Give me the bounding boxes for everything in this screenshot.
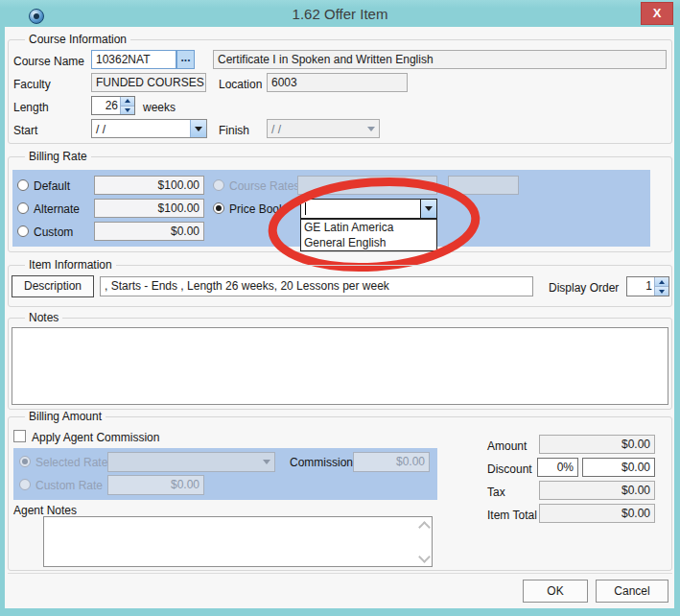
- chevron-down-icon[interactable]: [190, 120, 206, 137]
- item-total-label: Item Total: [487, 509, 537, 522]
- spin-up-icon[interactable]: [121, 97, 134, 107]
- course-browse-button[interactable]: ...: [176, 50, 195, 69]
- course-information-group-label: Course Information: [25, 34, 130, 46]
- amount-label: Amount: [487, 439, 527, 453]
- description-button[interactable]: Description: [12, 275, 94, 297]
- price-book-dropdown-list: GE Latin America General English: [300, 219, 437, 251]
- default-rate-label: Default: [34, 179, 70, 193]
- chevron-down-icon: [363, 120, 379, 137]
- discount-label: Discount: [487, 462, 532, 476]
- commission-label: Commission: [290, 456, 353, 469]
- ok-button[interactable]: OK: [523, 580, 588, 603]
- custom-rate-commission-radio: [19, 479, 31, 490]
- length-unit-label: weeks: [143, 101, 176, 114]
- length-label: Length: [13, 101, 49, 114]
- item-total-field: $0.00: [539, 504, 655, 523]
- close-button[interactable]: X: [641, 2, 673, 25]
- course-rates-radio: [213, 179, 224, 191]
- length-value: 26: [92, 97, 120, 114]
- amount-field: $0.00: [539, 435, 655, 454]
- tax-label: Tax: [487, 486, 505, 499]
- billing-rate-group-label: Billing Rate: [25, 151, 91, 163]
- display-order-label: Display Order: [549, 281, 619, 295]
- billing-amount-group-label: Billing Amount: [25, 411, 106, 423]
- chevron-down-icon: [259, 453, 274, 471]
- price-book-option[interactable]: General English: [301, 235, 436, 250]
- window-title: 1.62 Offer Item: [0, 6, 680, 22]
- spin-up-icon[interactable]: [655, 277, 668, 287]
- default-rate-radio[interactable]: [17, 179, 29, 191]
- course-rates-extra-field: [448, 176, 519, 195]
- alternate-rate-field[interactable]: $100.00: [94, 199, 204, 218]
- display-order-spin-buttons[interactable]: [654, 277, 668, 296]
- spin-down-icon[interactable]: [121, 107, 134, 115]
- faculty-field: FUNDED COURSES: [91, 73, 206, 92]
- cancel-button[interactable]: Cancel: [596, 580, 668, 603]
- commission-field: $0.00: [353, 452, 430, 472]
- course-code-field[interactable]: 10362NAT: [91, 50, 176, 69]
- course-rates-label: Course Rates: [229, 179, 299, 193]
- finish-date-combo: / /: [267, 119, 380, 138]
- finish-label: Finish: [219, 124, 249, 137]
- course-title-field: Certificate I in Spoken and Written Engl…: [213, 50, 667, 69]
- alternate-rate-label: Alternate: [34, 202, 80, 216]
- notes-group-label: Notes: [25, 312, 62, 324]
- default-rate-field[interactable]: $100.00: [94, 176, 204, 195]
- discount-percent-field[interactable]: 0%: [537, 458, 578, 477]
- custom-rate-commission-field: $0.00: [107, 475, 204, 495]
- selected-rate-label: Selected Rate: [35, 456, 107, 469]
- tax-field: $0.00: [539, 481, 655, 500]
- finish-date-value: / /: [271, 122, 281, 137]
- faculty-label: Faculty: [13, 78, 51, 91]
- agent-notes-textarea[interactable]: [43, 516, 433, 567]
- display-order-value: 1: [627, 277, 654, 296]
- price-book-option[interactable]: GE Latin America: [301, 220, 436, 235]
- spin-down-icon[interactable]: [655, 287, 668, 296]
- start-date-combo[interactable]: / /: [91, 119, 207, 138]
- offer-item-dialog: 1.62 Offer Item X Course Information Cou…: [0, 0, 680, 616]
- price-book-combo[interactable]: [300, 199, 437, 219]
- location-label: Location: [219, 78, 262, 91]
- footer-separator: [8, 573, 672, 574]
- chevron-down-icon: [421, 177, 436, 194]
- custom-rate-field[interactable]: $0.00: [94, 222, 204, 241]
- custom-rate-label: Custom: [34, 225, 73, 239]
- item-information-group-label: Item Information: [25, 259, 116, 272]
- alternate-rate-radio[interactable]: [17, 202, 29, 214]
- start-label: Start: [13, 124, 37, 137]
- discount-amount-field[interactable]: $0.00: [582, 458, 655, 477]
- titlebar: 1.62 Offer Item X: [0, 0, 680, 27]
- location-field: 6003: [267, 73, 408, 92]
- price-book-label: Price Book: [229, 202, 285, 216]
- course-name-label: Course Name: [13, 55, 84, 68]
- selected-rate-radio: [19, 456, 31, 467]
- agent-notes-label: Agent Notes: [13, 504, 77, 517]
- custom-rate-commission-label: Custom Rate: [35, 479, 103, 492]
- selected-rate-combo: [107, 452, 275, 472]
- notes-textarea[interactable]: [12, 327, 668, 405]
- display-order-spinner[interactable]: 1: [626, 276, 669, 296]
- length-spinner[interactable]: 26: [91, 96, 135, 115]
- course-rates-combo: [297, 176, 437, 195]
- custom-rate-radio[interactable]: [17, 225, 29, 237]
- description-field[interactable]: , Starts - Ends , Length 26 weeks, 20 Le…: [100, 276, 533, 296]
- length-spin-buttons[interactable]: [120, 97, 134, 114]
- text-caret: [305, 202, 306, 215]
- start-date-value: / /: [96, 122, 106, 137]
- price-book-radio[interactable]: [213, 202, 224, 214]
- apply-agent-commission-checkbox[interactable]: [13, 430, 26, 442]
- chevron-down-icon[interactable]: [420, 200, 436, 218]
- apply-agent-commission-label: Apply Agent Commission: [32, 431, 159, 444]
